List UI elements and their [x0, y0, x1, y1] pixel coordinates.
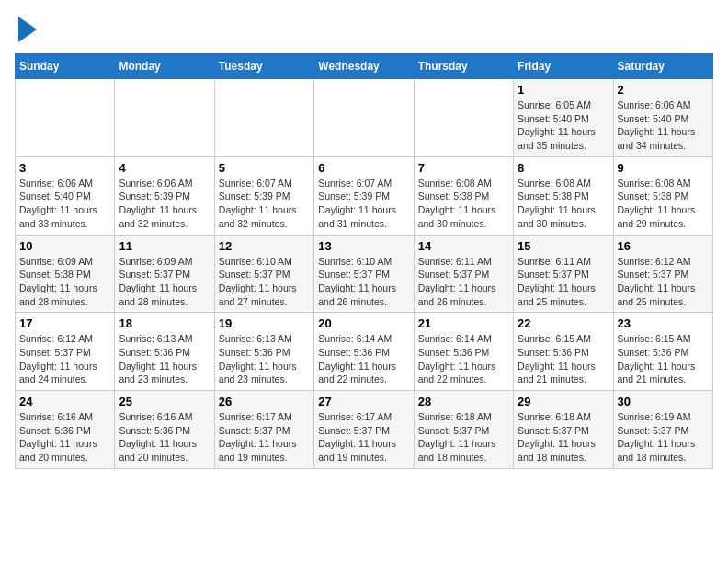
day-number: 19: [219, 316, 310, 330]
calendar-cell: 6Sunrise: 6:07 AM Sunset: 5:39 PM Daylig…: [314, 156, 414, 235]
day-info: Sunrise: 6:05 AM Sunset: 5:40 PM Dayligh…: [518, 98, 609, 153]
calendar-body: 1Sunrise: 6:05 AM Sunset: 5:40 PM Daylig…: [16, 79, 713, 469]
day-info: Sunrise: 6:09 AM Sunset: 5:37 PM Dayligh…: [119, 255, 210, 309]
day-info: Sunrise: 6:06 AM Sunset: 5:40 PM Dayligh…: [19, 177, 110, 231]
day-info: Sunrise: 6:11 AM Sunset: 5:37 PM Dayligh…: [518, 255, 609, 309]
calendar-cell: 5Sunrise: 6:07 AM Sunset: 5:39 PM Daylig…: [214, 156, 313, 235]
calendar-cell: 26Sunrise: 6:17 AM Sunset: 5:37 PM Dayli…: [214, 391, 313, 469]
calendar-cell: [414, 79, 513, 157]
day-info: Sunrise: 6:16 AM Sunset: 5:36 PM Dayligh…: [19, 410, 110, 465]
calendar-cell: 27Sunrise: 6:17 AM Sunset: 5:37 PM Dayli…: [314, 391, 414, 469]
calendar-cell: 19Sunrise: 6:13 AM Sunset: 5:36 PM Dayli…: [214, 313, 313, 391]
day-info: Sunrise: 6:19 AM Sunset: 5:37 PM Dayligh…: [618, 410, 709, 465]
day-number: 23: [618, 316, 709, 330]
calendar-cell: 4Sunrise: 6:06 AM Sunset: 5:39 PM Daylig…: [115, 156, 214, 235]
calendar-cell: [214, 79, 313, 157]
calendar-cell: 9Sunrise: 6:08 AM Sunset: 5:38 PM Daylig…: [613, 156, 712, 235]
calendar-cell: 16Sunrise: 6:12 AM Sunset: 5:37 PM Dayli…: [613, 235, 712, 313]
day-info: Sunrise: 6:10 AM Sunset: 5:37 PM Dayligh…: [318, 255, 409, 309]
day-number: 24: [19, 395, 110, 408]
day-info: Sunrise: 6:17 AM Sunset: 5:37 PM Dayligh…: [219, 410, 310, 465]
logo-arrow-icon: [18, 17, 37, 42]
day-info: Sunrise: 6:17 AM Sunset: 5:37 PM Dayligh…: [318, 410, 409, 465]
calendar-week-3: 10Sunrise: 6:09 AM Sunset: 5:38 PM Dayli…: [16, 235, 713, 313]
calendar-cell: 25Sunrise: 6:16 AM Sunset: 5:36 PM Dayli…: [115, 391, 214, 469]
calendar-cell: 22Sunrise: 6:15 AM Sunset: 5:36 PM Dayli…: [514, 313, 613, 391]
day-number: 8: [518, 161, 609, 175]
calendar-header-row: SundayMondayTuesdayWednesdayThursdayFrid…: [16, 54, 713, 79]
day-number: 11: [119, 239, 210, 253]
header-tuesday: Tuesday: [214, 54, 313, 79]
calendar-cell: [115, 79, 214, 157]
day-info: Sunrise: 6:15 AM Sunset: 5:36 PM Dayligh…: [618, 332, 709, 386]
calendar-week-5: 24Sunrise: 6:16 AM Sunset: 5:36 PM Dayli…: [16, 391, 713, 469]
calendar-cell: 17Sunrise: 6:12 AM Sunset: 5:37 PM Dayli…: [16, 313, 115, 391]
calendar-cell: 14Sunrise: 6:11 AM Sunset: 5:37 PM Dayli…: [414, 235, 513, 313]
day-number: 30: [618, 395, 709, 408]
day-info: Sunrise: 6:18 AM Sunset: 5:37 PM Dayligh…: [418, 410, 509, 465]
page-header: [15, 15, 713, 42]
calendar-table: SundayMondayTuesdayWednesdayThursdayFrid…: [15, 53, 713, 469]
calendar-cell: 18Sunrise: 6:13 AM Sunset: 5:36 PM Dayli…: [115, 313, 214, 391]
day-number: 25: [119, 395, 210, 408]
day-number: 22: [518, 316, 609, 330]
day-info: Sunrise: 6:07 AM Sunset: 5:39 PM Dayligh…: [318, 177, 409, 231]
day-number: 3: [19, 161, 110, 175]
header-sunday: Sunday: [16, 54, 115, 79]
day-number: 29: [518, 395, 609, 408]
day-number: 4: [119, 161, 210, 175]
day-number: 2: [618, 83, 709, 97]
day-info: Sunrise: 6:15 AM Sunset: 5:36 PM Dayligh…: [518, 332, 609, 386]
calendar-cell: 28Sunrise: 6:18 AM Sunset: 5:37 PM Dayli…: [414, 391, 513, 469]
calendar-cell: 23Sunrise: 6:15 AM Sunset: 5:36 PM Dayli…: [613, 313, 712, 391]
day-number: 26: [219, 395, 310, 408]
day-info: Sunrise: 6:06 AM Sunset: 5:40 PM Dayligh…: [618, 98, 709, 153]
day-number: 18: [119, 316, 210, 330]
day-number: 6: [318, 161, 409, 175]
calendar-cell: 2Sunrise: 6:06 AM Sunset: 5:40 PM Daylig…: [613, 79, 712, 157]
header-thursday: Thursday: [414, 54, 513, 79]
day-number: 9: [618, 161, 709, 175]
calendar-cell: 7Sunrise: 6:08 AM Sunset: 5:38 PM Daylig…: [414, 156, 513, 235]
day-number: 14: [418, 239, 509, 253]
day-info: Sunrise: 6:12 AM Sunset: 5:37 PM Dayligh…: [19, 332, 110, 386]
calendar-cell: 3Sunrise: 6:06 AM Sunset: 5:40 PM Daylig…: [16, 156, 115, 235]
day-number: 10: [19, 239, 110, 253]
day-info: Sunrise: 6:13 AM Sunset: 5:36 PM Dayligh…: [119, 332, 210, 386]
day-number: 17: [19, 316, 110, 330]
day-number: 16: [618, 239, 709, 253]
day-number: 15: [518, 239, 609, 253]
calendar-cell: 20Sunrise: 6:14 AM Sunset: 5:36 PM Dayli…: [314, 313, 414, 391]
header-monday: Monday: [115, 54, 214, 79]
day-number: 5: [219, 161, 310, 175]
calendar-cell: [314, 79, 414, 157]
day-info: Sunrise: 6:08 AM Sunset: 5:38 PM Dayligh…: [518, 177, 609, 231]
day-info: Sunrise: 6:12 AM Sunset: 5:37 PM Dayligh…: [618, 255, 709, 309]
logo: [15, 15, 37, 42]
calendar-week-1: 1Sunrise: 6:05 AM Sunset: 5:40 PM Daylig…: [16, 79, 713, 157]
day-info: Sunrise: 6:16 AM Sunset: 5:36 PM Dayligh…: [119, 410, 210, 465]
day-info: Sunrise: 6:07 AM Sunset: 5:39 PM Dayligh…: [219, 177, 310, 231]
calendar-cell: 15Sunrise: 6:11 AM Sunset: 5:37 PM Dayli…: [514, 235, 613, 313]
day-info: Sunrise: 6:10 AM Sunset: 5:37 PM Dayligh…: [219, 255, 310, 309]
day-number: 1: [518, 83, 609, 97]
calendar-week-2: 3Sunrise: 6:06 AM Sunset: 5:40 PM Daylig…: [16, 156, 713, 235]
day-number: 28: [418, 395, 509, 408]
calendar-cell: 1Sunrise: 6:05 AM Sunset: 5:40 PM Daylig…: [514, 79, 613, 157]
day-info: Sunrise: 6:13 AM Sunset: 5:36 PM Dayligh…: [219, 332, 310, 386]
calendar-cell: 29Sunrise: 6:18 AM Sunset: 5:37 PM Dayli…: [514, 391, 613, 469]
calendar-cell: 12Sunrise: 6:10 AM Sunset: 5:37 PM Dayli…: [214, 235, 313, 313]
day-number: 12: [219, 239, 310, 253]
header-wednesday: Wednesday: [314, 54, 414, 79]
calendar-cell: 21Sunrise: 6:14 AM Sunset: 5:36 PM Dayli…: [414, 313, 513, 391]
calendar-week-4: 17Sunrise: 6:12 AM Sunset: 5:37 PM Dayli…: [16, 313, 713, 391]
day-info: Sunrise: 6:11 AM Sunset: 5:37 PM Dayligh…: [418, 255, 509, 309]
day-number: 21: [418, 316, 509, 330]
day-info: Sunrise: 6:14 AM Sunset: 5:36 PM Dayligh…: [318, 332, 409, 386]
day-info: Sunrise: 6:09 AM Sunset: 5:38 PM Dayligh…: [19, 255, 110, 309]
calendar-cell: [16, 79, 115, 157]
calendar-cell: 11Sunrise: 6:09 AM Sunset: 5:37 PM Dayli…: [115, 235, 214, 313]
day-info: Sunrise: 6:14 AM Sunset: 5:36 PM Dayligh…: [418, 332, 509, 386]
day-info: Sunrise: 6:18 AM Sunset: 5:37 PM Dayligh…: [518, 410, 609, 465]
calendar-cell: 30Sunrise: 6:19 AM Sunset: 5:37 PM Dayli…: [613, 391, 712, 469]
